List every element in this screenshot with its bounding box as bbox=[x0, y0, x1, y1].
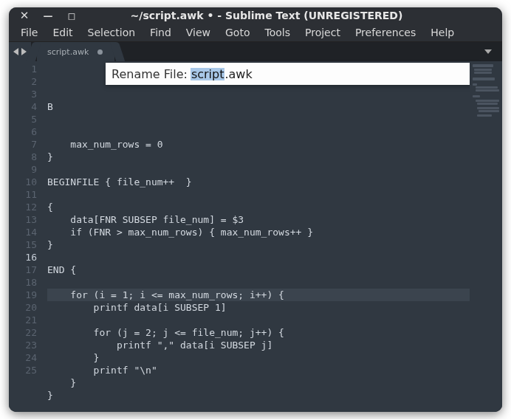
minimap[interactable] bbox=[470, 61, 502, 412]
window-close-button[interactable]: ✕ bbox=[16, 7, 32, 24]
code-line bbox=[47, 402, 470, 412]
code-line: B bbox=[47, 100, 470, 113]
dirty-indicator-icon bbox=[97, 49, 103, 55]
gutter: 1234567891011121314151617181920212223242… bbox=[9, 61, 44, 412]
menu-tools[interactable]: Tools bbox=[257, 24, 298, 41]
code-line: data[FNR SUBSEP file_num] = $3 bbox=[47, 213, 470, 226]
code-line: max_num_rows = 0 bbox=[47, 138, 470, 151]
line-number: 16 bbox=[9, 251, 37, 264]
menu-edit[interactable]: Edit bbox=[45, 24, 80, 41]
code-line: } bbox=[47, 151, 470, 163]
line-number: 23 bbox=[9, 339, 37, 351]
code-line: } bbox=[47, 238, 470, 251]
code-line: } bbox=[47, 376, 470, 389]
tab-back-icon[interactable] bbox=[13, 48, 18, 55]
code-line: if (FNR > max_num_rows) { max_num_rows++… bbox=[47, 226, 470, 238]
menu-find[interactable]: Find bbox=[143, 24, 179, 41]
line-number: 4 bbox=[9, 100, 37, 113]
line-number: 6 bbox=[9, 125, 37, 138]
code-line: } bbox=[47, 389, 470, 402]
code-line: { bbox=[47, 201, 470, 213]
app-window: ✕ — ◻ ~/script.awk • - Sublime Text (UNR… bbox=[9, 7, 502, 412]
code-line bbox=[47, 125, 470, 138]
line-number: 1 bbox=[9, 63, 37, 75]
code-line bbox=[47, 314, 470, 326]
code-line: } bbox=[47, 351, 470, 364]
code-line: for (i = 1; i <= max_num_rows; i++) { bbox=[47, 289, 470, 301]
line-number: 11 bbox=[9, 188, 37, 201]
menu-file[interactable]: File bbox=[13, 24, 45, 41]
rename-file-panel: Rename File: script.awk bbox=[106, 63, 479, 85]
line-number: 19 bbox=[9, 289, 37, 301]
code-line: END { bbox=[47, 264, 470, 276]
line-number: 13 bbox=[9, 213, 37, 226]
line-number: 18 bbox=[9, 276, 37, 289]
code-line: printf data[i SUBSEP 1] bbox=[47, 301, 470, 314]
line-number: 24 bbox=[9, 351, 37, 364]
menu-help[interactable]: Help bbox=[423, 24, 462, 41]
tab-script-awk[interactable]: script.awk bbox=[37, 42, 114, 61]
code-line bbox=[47, 251, 470, 264]
tabs-dropdown-icon[interactable] bbox=[484, 49, 492, 54]
line-number: 10 bbox=[9, 176, 37, 188]
titlebar: ✕ — ◻ ~/script.awk • - Sublime Text (UNR… bbox=[9, 7, 502, 24]
code-view[interactable]: Rename File: script.awk B max_num_rows =… bbox=[44, 61, 470, 412]
menu-preferences[interactable]: Preferences bbox=[348, 24, 423, 41]
line-number: 8 bbox=[9, 151, 37, 163]
tab-label: script.awk bbox=[47, 47, 89, 57]
code-line bbox=[47, 276, 470, 289]
tab-forward-icon[interactable] bbox=[21, 48, 27, 55]
rename-file-label: Rename File: bbox=[112, 68, 188, 80]
menu-goto[interactable]: Goto bbox=[218, 24, 257, 41]
window-minimize-button[interactable]: — bbox=[40, 7, 56, 24]
line-number: 9 bbox=[9, 163, 37, 176]
line-number: 15 bbox=[9, 238, 37, 251]
line-number: 7 bbox=[9, 138, 37, 151]
tabbar: script.awk bbox=[9, 42, 502, 61]
code-line: BEGINFILE { file_num++ } bbox=[47, 176, 470, 188]
line-number: 17 bbox=[9, 264, 37, 276]
line-number: 22 bbox=[9, 326, 37, 339]
code-line: printf "," data[i SUBSEP j] bbox=[47, 339, 470, 351]
line-number: 21 bbox=[9, 314, 37, 326]
line-number: 3 bbox=[9, 88, 37, 100]
line-number: 20 bbox=[9, 301, 37, 314]
line-number: 5 bbox=[9, 113, 37, 125]
code-line: printf "\n" bbox=[47, 364, 470, 376]
menu-selection[interactable]: Selection bbox=[80, 24, 143, 41]
window-maximize-button[interactable]: ◻ bbox=[64, 7, 80, 24]
code-line bbox=[47, 163, 470, 176]
window-title: ~/script.awk • - Sublime Text (UNREGISTE… bbox=[87, 10, 446, 21]
code-line: for (j = 2; j <= file_num; j++) { bbox=[47, 326, 470, 339]
editor-area: 1234567891011121314151617181920212223242… bbox=[9, 61, 502, 412]
line-number: 14 bbox=[9, 226, 37, 238]
menu-view[interactable]: View bbox=[179, 24, 218, 41]
code-line bbox=[47, 188, 470, 201]
menubar: FileEditSelectionFindViewGotoToolsProjec… bbox=[9, 24, 502, 42]
line-number: 2 bbox=[9, 75, 37, 88]
code-line bbox=[47, 113, 470, 125]
menu-project[interactable]: Project bbox=[298, 24, 348, 41]
line-number: 12 bbox=[9, 201, 37, 213]
line-number: 25 bbox=[9, 364, 37, 376]
rename-file-input[interactable]: script.awk bbox=[191, 68, 253, 80]
